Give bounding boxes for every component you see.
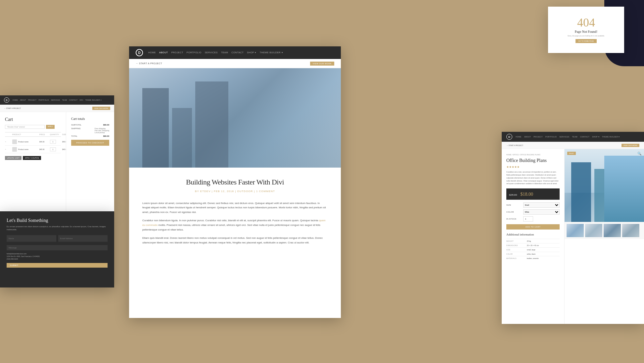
product-old-price: $25.00 [509,193,517,196]
cart-items-panel: Cart APPLY PRODUCT PRICE QUANTITY SUBTOT… [0,112,66,211]
product-nav-contact[interactable]: CONTACT [580,136,589,138]
cart-nav-contact[interactable]: CONTACT [69,99,78,101]
nav-portfolio[interactable]: PORTFOLIO [187,51,202,54]
product-window: D HOME ABOUT PROJECT PORTFOLIO SERVICES … [502,132,644,324]
cart-item-name-1: Product name [18,141,28,143]
product-spec-color: COLOR white, black [506,252,560,256]
cart-item-qty-2[interactable]: 1 [50,147,56,151]
product-color-select[interactable]: White Black [523,209,560,215]
product-spec-size: SIZE small, large [506,247,560,252]
cart-coupon-input[interactable] [5,125,45,129]
product-body: HOME / OFFICE / OFFICE BUILDING PLANS Of… [502,149,644,324]
cart-nav-portfolio[interactable]: PORTFOLIO [38,99,49,101]
product-stars: ★★★★★ [506,165,560,169]
cart-item-name-2: Product name [18,148,28,150]
product-spec-materials: MATERIALS leather, ceramio [506,256,560,260]
contact-message-input[interactable] [7,245,108,250]
blog-window: D HOME ABOUT PROJECT PORTFOLIO SERVICES … [129,46,341,318]
product-nav-shop[interactable]: SHOP ▾ [592,136,599,138]
nav-project[interactable]: PROJECT [171,51,183,54]
building-3 [195,81,228,168]
product-view-work-button[interactable]: VIEW OUR WORK [621,144,639,147]
nav-team[interactable]: TEAM [221,51,228,54]
product-nav-home[interactable]: HOME [516,136,522,138]
contact-email-input[interactable] [58,235,108,242]
product-info-panel: HOME / OFFICE / OFFICE BUILDING PLANS Of… [502,149,565,324]
blog-para-3: Etiam quis blandit erat. Donec laoreet l… [142,236,328,245]
product-nav-about[interactable]: ABOUT [524,136,531,138]
error-home-button[interactable]: GO TO HOME PAGE [575,39,596,43]
cart-nav-project[interactable]: PROJECT [28,99,36,101]
cart-apply-coupon-button[interactable]: APPLY COUPON [23,156,41,160]
product-spec-val-weight: 20 kg [527,240,560,242]
product-qty-label: IN STOCK [506,218,521,220]
blog-nav: D HOME ABOUT PROJECT PORTFOLIO SERVICES … [129,46,341,59]
product-nav-theme-builder[interactable]: THEME BUILDER ▾ [602,136,620,138]
product-building-1 [571,162,591,222]
product-spec-key-color: COLOR [506,253,526,255]
cart-col-subtotal: SUBTOTAL [62,133,66,135]
cart-nav-divi[interactable]: DIVI [80,99,83,101]
contact-submit-button[interactable]: SUBMIT [7,263,108,268]
product-main-image: SALE! 🔍 [565,149,644,222]
product-sale-badge: SALE! [567,152,576,155]
cart-item-subtotal-2: $45.00 [62,148,66,150]
product-color-label: COLOR [506,211,521,213]
blog-link[interactable]: quam eu commodo [142,219,326,227]
cart-nav-home[interactable]: HOME [13,99,18,101]
nav-theme-builder[interactable]: THEME BUILDER ▾ [260,51,283,54]
product-thumb-1[interactable] [567,224,584,237]
cart-nav-theme-builder[interactable]: THEME BUILDER ▾ [85,99,101,101]
blog-start-project[interactable]: → START A PROJECT [136,62,162,65]
nav-contact[interactable]: CONTACT [231,51,244,54]
product-nav-project[interactable]: PROJECT [533,136,543,138]
contact-name-input[interactable] [7,235,56,242]
cart-col-price: PRICE [39,133,49,135]
cart-nav-services[interactable]: SERVICES [51,99,60,101]
product-qty-input[interactable] [523,216,533,222]
cart-title: Cart [5,117,61,122]
cart-view-work-button[interactable]: VIEW OUR WORK [92,107,110,110]
nav-shop[interactable]: SHOP ▾ [247,51,256,54]
product-thumb-2[interactable] [585,224,602,237]
search-icon[interactable]: 🔍 [637,152,641,155]
cart-body: Cart APPLY PRODUCT PRICE QUANTITY SUBTOT… [0,112,114,211]
product-thumb-row [565,222,644,239]
product-nav-services[interactable]: SERVICES [559,136,569,138]
product-spec-val-dimensions: 20 × 20 × 40 cm [527,244,560,246]
cart-item-qty-1[interactable]: 1 [50,140,56,144]
cart-update-button[interactable]: UPDATE CART [5,156,22,160]
cart-item-price-2: $45.00 [39,148,49,150]
error-desc: Sorry, the page you are looking for is n… [568,35,605,37]
product-size-select[interactable]: Small Large [523,202,560,208]
cart-remove-1[interactable]: × [5,141,12,143]
nav-services[interactable]: SERVICES [205,51,218,54]
product-spec-key-dimensions: DIMENSIONS [506,244,526,246]
product-nav-portfolio[interactable]: PORTFOLIO [545,136,557,138]
product-start-project[interactable]: → START A PROJECT [506,144,523,146]
cart-checkout-button[interactable]: PROCEED TO CHECKOUT [71,140,109,146]
product-building-3 [604,156,644,222]
contact-email-info: hello@diviarchitecture.com 1234 Divi St.… [7,252,40,260]
cart-start-project[interactable]: → START A PROJECT [4,107,21,109]
nav-about[interactable]: ABOUT [159,51,168,54]
product-nav-team[interactable]: TEAM [572,136,577,138]
error-window: 404 Page Not Found! Sorry, the page you … [548,7,624,53]
cart-nav-team[interactable]: TEAM [62,99,67,101]
product-add-to-cart-button[interactable]: ADD TO CART [506,224,560,230]
cart-item-thumb-1 [12,139,17,144]
product-additional-info: Additional information WEIGHT 20 kg DIME… [506,233,560,260]
product-spec-val-materials: leather, ceramio [527,257,560,259]
cart-nav-about[interactable]: ABOUT [20,99,26,101]
cart-col-qty: QUANTITY [50,133,62,135]
product-thumb-3[interactable] [604,224,621,237]
cart-apply-button[interactable]: APPLY [46,125,55,129]
cart-remove-2[interactable]: × [5,148,12,150]
nav-home[interactable]: HOME [148,51,156,54]
blog-view-work-button[interactable]: VIEW OUR WORK [310,62,334,66]
table-row: × Product name $45.00 1 $45.00 [5,146,61,153]
cart-col-img [5,133,12,135]
cart-shipping-label: SHIPPING [71,128,81,133]
error-title: Page Not Found! [575,30,597,33]
product-thumb-4[interactable] [622,224,639,237]
